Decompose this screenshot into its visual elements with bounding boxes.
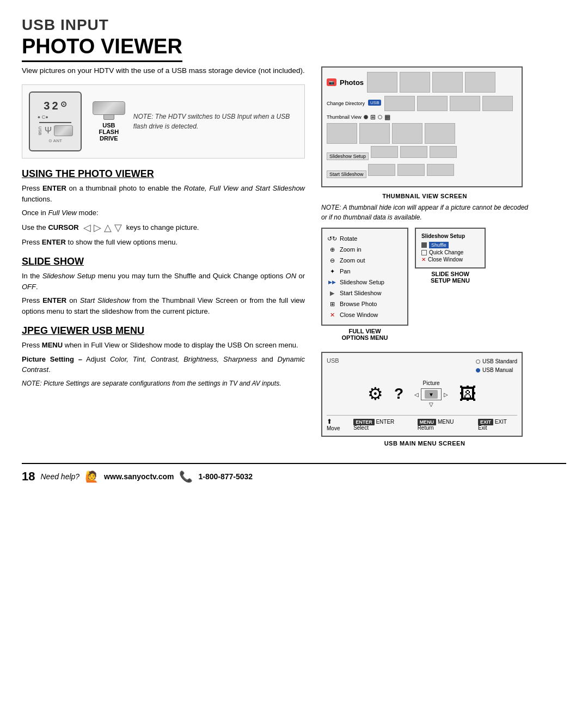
rotate-icon: ↺↻: [328, 234, 336, 243]
channel-3: 3: [44, 100, 50, 112]
zoomin-row: ⊕ Zoom in: [328, 244, 402, 255]
usb-standard-radio: USB Standard: [476, 357, 517, 366]
menus-row: ↺↻ Rotate ⊕ Zoom in ⊖ Zoom out ✦ Pan: [321, 228, 528, 341]
start-slideshow-row: Start Slideshow: [327, 164, 517, 180]
browse-photo-label: Browse Photo: [340, 301, 377, 307]
channel-circle: ⊙: [60, 100, 67, 112]
jpeg-section-title: JPEG VIEWER USB MENU: [22, 325, 305, 337]
usb-badge: USB: [368, 100, 381, 106]
thumb-header: 📷 Photos: [327, 72, 517, 93]
help-icon: 🙋: [85, 470, 99, 483]
shuffle-label: Shuffle: [429, 242, 449, 248]
nav-left-arrow: ◁: [414, 392, 419, 398]
jpeg-note: NOTE: Picture Settings are separate conf…: [22, 379, 305, 388]
slideshow-setup-icon: ▶▶: [328, 278, 336, 286]
usb-manual-radio: USB Manual: [476, 366, 517, 375]
usb-photo-icon-item: 🖼: [459, 384, 476, 404]
fullview-options-menu: ↺↻ Rotate ⊕ Zoom in ⊖ Zoom out ✦ Pan: [321, 228, 408, 341]
camera-icon: 📷: [327, 78, 336, 86]
slideshow-setup-menu-label: Slideshow Setup: [340, 279, 384, 285]
page-number: 18: [22, 469, 35, 484]
slideshow-setup-row: Slideshow Setup: [327, 146, 517, 162]
zoomout-row: ⊖ Zoom out: [328, 255, 402, 266]
pan-label: Pan: [340, 268, 351, 274]
thumbnail-note: NOTE: A thumbnail hide icon will appear …: [321, 203, 528, 222]
using-p1: Press ENTER on a thumbnail photo to enab…: [22, 183, 305, 204]
usb-main-icons: ⚙ ? Picture ◁ ▼: [327, 375, 517, 413]
using-section-title: USING THE PHOTO VIEWER: [22, 168, 305, 180]
photos-label: Photos: [340, 78, 364, 87]
nav-right-arrow: ▷: [444, 392, 448, 398]
usb-input-header: USB INPUT: [22, 16, 566, 34]
usb-question-icon-item: ?: [394, 385, 403, 402]
need-help-text: Need help?: [40, 472, 79, 481]
phone-icon: 📞: [179, 470, 193, 483]
fullview-caption: FULL VIEW OPTIONS MENU: [321, 328, 408, 341]
usb-label: USB: [327, 357, 339, 364]
close-window-slideshow-label: Close Window: [428, 257, 463, 263]
usb-standard-label: USB Standard: [482, 357, 517, 366]
change-directory-label: Change Directory: [327, 101, 365, 106]
usb-radio-group: USB Standard USB Manual: [476, 357, 517, 375]
photo-viewer-header: PHOTO VIEWER: [22, 35, 182, 62]
close-x-icon: ✕: [421, 257, 426, 263]
using-p2: Once in Full View mode:: [22, 208, 305, 218]
usb-main-bottom: ⬆ Move ENTER ENTER Select MENU MENU Retu…: [327, 415, 517, 431]
slideshow-p1: In the Slideshow Setup menu you may turn…: [22, 271, 305, 292]
tv-illustration: 3 2 ⊙ ● C● USB Ψ ⊙ ANT: [29, 91, 82, 151]
usb-main-top: USB USB Standard USB Manual: [327, 357, 517, 375]
options-menu-box: ↺↻ Rotate ⊕ Zoom in ⊖ Zoom out ✦ Pan: [321, 228, 408, 326]
page-footer: 18 Need help? 🙋 www.sanyoctv.com 📞 1-800…: [22, 463, 566, 484]
usb-standard-radio-circle: [476, 359, 480, 364]
thumb-middle-row: [327, 123, 517, 144]
cursor-row: Use the CURSOR ◁ ▷ △ ▽ keys to change pi…: [22, 222, 305, 234]
zoomin-label: Zoom in: [340, 246, 362, 253]
usb-manual-radio-circle: [476, 368, 480, 373]
close-window-icon: ✕: [328, 310, 336, 319]
usb-flash-label: USB FLASH DRIVE: [93, 122, 125, 142]
slideshow-section-title: SLIDE SHOW: [22, 256, 305, 267]
quick-change-icon: [421, 250, 427, 255]
usb-main-menu-box: USB USB Standard USB Manual ⚙: [321, 352, 523, 437]
using-p3: Press ENTER to show the full view option…: [22, 237, 305, 248]
jpeg-p2: Picture Setting – Adjust Color, Tint, Co…: [22, 354, 305, 375]
browse-photo-icon: ⊞: [328, 300, 336, 308]
slideshow-menu-title: Slideshow Setup: [421, 233, 479, 239]
quick-change-item: Quick Change: [421, 249, 479, 256]
rotate-row: ↺↻ Rotate: [328, 233, 402, 244]
thumbnail-screen-caption: THUMBNAIL VIEW SCREEN: [321, 193, 528, 199]
usb-drive-illustration: USB FLASH DRIVE: [93, 101, 125, 142]
start-slideshow-menu-row: ▶ Start Slideshow: [328, 288, 402, 298]
thumbnail-view-row: Thumbnail View ⊞ ▦: [327, 113, 517, 121]
picture-nav-label: Picture: [422, 380, 439, 386]
usb-main-caption: USB MAIN MENU SCREEN: [321, 440, 528, 447]
quick-change-label: Quick Change: [429, 249, 463, 255]
photo-icon: 🖼: [459, 384, 476, 404]
close-window-slideshow-row: ✕ Close Window: [421, 256, 479, 263]
phone-number: 1-800-877-5032: [198, 472, 253, 481]
cursor-arrows-icon: ◁ ▷ △ ▽: [83, 222, 122, 234]
shuffle-icon: [421, 242, 427, 248]
enter-select-label: ENTER ENTER Select: [353, 419, 411, 431]
start-slideshow-icon: ▶: [328, 289, 336, 297]
slideshow-setup-menu-box-area: Slideshow Setup Shuffle Quick Change ✕ C…: [415, 228, 486, 341]
menu-return-label: MENU MENU Return: [418, 419, 471, 431]
tv-channels: 3 2 ⊙: [44, 100, 66, 112]
slideshow-setup-menu-row: ▶▶ Slideshow Setup: [328, 277, 402, 288]
zoomin-icon: ⊕: [328, 245, 336, 254]
browse-photo-row: ⊞ Browse Photo: [328, 298, 402, 309]
move-label: ⬆ Move: [327, 418, 347, 431]
zoomout-label: Zoom out: [340, 257, 365, 264]
pan-icon: ✦: [328, 267, 336, 276]
settings-icon: ⚙: [367, 383, 383, 404]
picture-nav-item: Picture ◁ ▼ ▷ ▽: [414, 380, 448, 407]
nav-box: ▼: [421, 388, 442, 400]
question-icon: ?: [394, 385, 403, 402]
intro-text: View pictures on your HDTV with the use …: [22, 66, 305, 75]
slideshow-menu-box: Slideshow Setup Shuffle Quick Change ✕ C…: [415, 228, 486, 268]
jpeg-p1: Press MENU when in Full View or Slidesho…: [22, 340, 305, 351]
zoomout-icon: ⊖: [328, 256, 336, 265]
rotate-label: Rotate: [340, 235, 357, 242]
website-text: www.sanyoctv.com: [104, 472, 174, 481]
start-slideshow-label: Start Slideshow: [340, 290, 381, 296]
